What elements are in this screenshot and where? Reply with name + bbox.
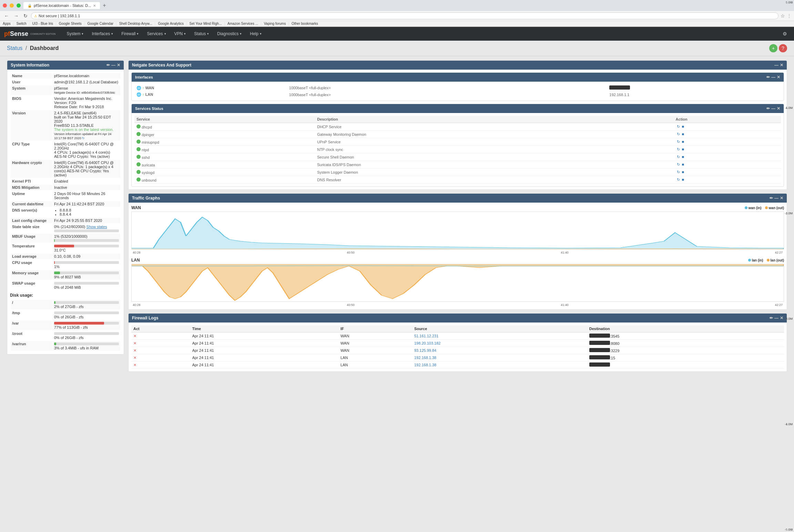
- bookmark-calendar[interactable]: Google Calendar: [87, 22, 113, 25]
- disk-value-var: 77% of 113GiB - zfs: [53, 320, 120, 330]
- back-btn[interactable]: ←: [3, 12, 10, 19]
- wrench-icon[interactable]: ✏: [106, 63, 110, 68]
- browser-tab[interactable]: 🔒 pfSense.localdomain - Status: D... ✕: [23, 2, 100, 9]
- fw-src-link-2[interactable]: 198.20.103.182: [414, 341, 440, 345]
- restart-btn-dhcpd[interactable]: ↻: [676, 124, 681, 129]
- reload-btn[interactable]: ↻: [22, 12, 29, 19]
- restart-btn-ntpd[interactable]: ↻: [676, 147, 681, 152]
- table-row: / 2% of 27GiB - zfs: [11, 300, 120, 309]
- fw-src-link-1[interactable]: 51.161.12.231: [414, 334, 438, 338]
- new-tab-btn[interactable]: +: [103, 2, 106, 9]
- fw-src-5: 192.168.1.38: [412, 361, 587, 369]
- nav-diagnostics[interactable]: Diagnostics ▾: [213, 27, 246, 41]
- svc-desc-ntpd: NTP clock sync: [315, 146, 673, 153]
- label-memory: Memory usage: [11, 270, 52, 280]
- restart-btn-syslogd[interactable]: ↻: [676, 170, 681, 175]
- minimize-services-icon[interactable]: —: [771, 106, 775, 111]
- wrench-services-icon[interactable]: ✏: [766, 106, 770, 111]
- breadcrumb-parent[interactable]: Status: [7, 45, 22, 51]
- services-status-header: Services Status ✏ — ✕: [132, 104, 784, 113]
- close-panel-icon[interactable]: ✕: [117, 63, 120, 68]
- dest-redacted-1: [589, 334, 610, 338]
- stop-btn-syslogd[interactable]: ■: [681, 170, 685, 174]
- value-dns: 8.8.8.8 8.8.4.4: [53, 207, 120, 217]
- nav-system[interactable]: System ▾: [62, 27, 88, 41]
- minimize-iface-icon[interactable]: —: [771, 75, 775, 80]
- stop-btn-dhcpd[interactable]: ■: [681, 124, 685, 129]
- disk-bar-bg-varrun: [54, 342, 119, 345]
- right-panel: Netgate Services And Support — ✕ Interfa…: [128, 60, 787, 372]
- lan-x-1: 40:28: [133, 303, 141, 307]
- netgate-services-title: Netgate Services And Support: [132, 63, 191, 68]
- system-info-table: Name pfSense.localdomain User admin@192.…: [10, 72, 121, 291]
- fw-src-link-3[interactable]: 93.125.99.84: [414, 348, 436, 352]
- bookmark-amazon[interactable]: Amazon Services ...: [227, 22, 258, 25]
- bookmark-other[interactable]: Other bookmarks: [292, 22, 318, 25]
- add-widget-button[interactable]: +: [769, 44, 777, 52]
- firewall-logs-title: Firewall Logs: [132, 316, 159, 320]
- svc-name-ntpd: ntpd: [134, 146, 315, 153]
- restart-btn-suricata[interactable]: ↻: [676, 162, 681, 167]
- disk-mount-var: /var: [11, 320, 52, 330]
- tab-close-icon[interactable]: ✕: [93, 4, 96, 8]
- wrench-fw-icon[interactable]: ✏: [770, 316, 773, 320]
- wan-graph-area: [131, 212, 784, 249]
- close-services-icon[interactable]: ✕: [777, 106, 780, 111]
- restart-btn-sshd[interactable]: ↻: [676, 154, 681, 160]
- minimize-panel-icon[interactable]: —: [111, 63, 115, 68]
- stop-btn-unbound[interactable]: ■: [681, 177, 685, 182]
- lan-speed: 1000baseT <full-duplex>: [287, 91, 608, 98]
- bookmark-sheets[interactable]: Google Sheets: [59, 22, 82, 25]
- wrench-traffic-icon[interactable]: ✏: [770, 196, 773, 201]
- wrench-iface-icon[interactable]: ✏: [766, 75, 770, 80]
- table-row: /zroot 0% of 26GiB - zfs: [11, 331, 120, 340]
- stop-btn-ntpd[interactable]: ■: [681, 147, 685, 152]
- close-iface-icon[interactable]: ✕: [777, 75, 780, 80]
- forward-btn[interactable]: →: [12, 12, 20, 19]
- wan-label: WAN: [145, 86, 154, 90]
- minimize-netgate-icon[interactable]: —: [774, 63, 778, 68]
- minimize-btn[interactable]: [10, 3, 14, 8]
- stop-btn-suricata[interactable]: ■: [681, 162, 685, 167]
- nav-services[interactable]: Services ▾: [143, 27, 170, 41]
- bookmark-shell[interactable]: Shell Desktop Anyw...: [119, 22, 152, 25]
- restart-btn-unbound[interactable]: ↻: [676, 177, 681, 182]
- show-states-link[interactable]: Show states: [86, 225, 107, 229]
- minimize-fw-icon[interactable]: —: [774, 316, 778, 320]
- table-row: /var/run 3% of 3.4MiB - ufs in RAM: [11, 341, 120, 351]
- nav-vpn[interactable]: VPN ▾: [170, 27, 190, 41]
- svc-action-sshd: ↻■: [674, 153, 781, 161]
- maximize-btn[interactable]: [17, 3, 21, 8]
- wan-graph-svg: [132, 212, 784, 249]
- disk-bar-bg-tmp: [54, 311, 119, 314]
- bookmark-ui3[interactable]: UI3 - Blue Iris: [32, 22, 53, 25]
- fw-src-link-4[interactable]: 192.168.1.38: [414, 356, 436, 360]
- minimize-traffic-icon[interactable]: —: [774, 196, 778, 201]
- restart-btn-miniupnpd[interactable]: ↻: [676, 139, 681, 144]
- stop-btn-sshd[interactable]: ■: [681, 154, 685, 159]
- bookmark-apps[interactable]: Apps: [3, 22, 11, 25]
- nav-status[interactable]: Status ▾: [190, 27, 213, 41]
- value-state-table: 0% (2142/802000) Show states: [53, 224, 120, 233]
- temp-bar-bg: [54, 245, 119, 247]
- traffic-graphs-title: Traffic Graphs: [132, 196, 160, 201]
- svc-name-syslogd: syslogd: [134, 168, 315, 176]
- stop-btn-dpinger[interactable]: ■: [681, 132, 685, 136]
- nav-help[interactable]: Help ▾: [246, 27, 266, 41]
- col-description: Description: [315, 116, 673, 123]
- bookmark-switch[interactable]: Switch: [16, 22, 26, 25]
- browser-toolbar: ← → ↻ ⚠ Not secure | 192.168.1.1 ☆ ⋮: [0, 11, 794, 21]
- stop-btn-miniupnpd[interactable]: ■: [681, 139, 685, 144]
- iface-icons: ✏ — ✕: [766, 75, 780, 80]
- bookmark-analytics[interactable]: Google Analytics: [158, 22, 184, 25]
- nav-firewall[interactable]: Firewall ▾: [117, 27, 143, 41]
- nav-interfaces[interactable]: Interfaces ▾: [88, 27, 117, 41]
- bookmark-mind[interactable]: Set Your Mind Righ...: [190, 22, 222, 25]
- close-btn[interactable]: [3, 3, 7, 8]
- fw-src-link-5[interactable]: 192.168.1.38: [414, 363, 436, 367]
- url-bar[interactable]: ⚠ Not secure | 192.168.1.1: [31, 12, 778, 19]
- restart-btn-dpinger[interactable]: ↻: [676, 132, 681, 137]
- col-time: Time: [190, 325, 338, 332]
- bookmark-vaping[interactable]: Vaping forums: [264, 22, 286, 25]
- refresh-icon[interactable]: ↻: [82, 136, 85, 140]
